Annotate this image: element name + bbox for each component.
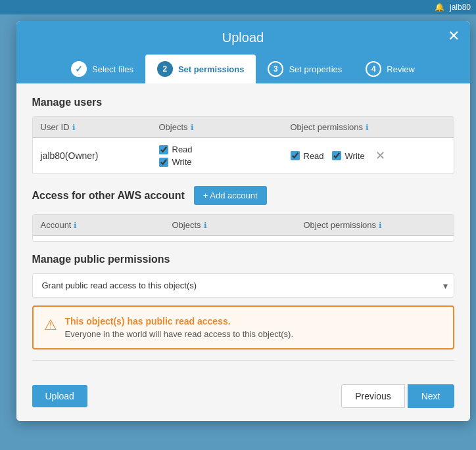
perm-read-label[interactable]: Read (291, 151, 324, 161)
acc-permissions-info-icon[interactable]: ℹ (379, 221, 382, 230)
col-acc-objects-label: Objects (172, 220, 201, 230)
public-access-select[interactable]: Grant public read access to this object(… (32, 273, 454, 298)
perm-write-checkbox[interactable] (332, 151, 341, 160)
objects-read-checkbox[interactable] (159, 145, 168, 154)
modal-title: Upload (30, 30, 457, 45)
modal-footer: Upload Previous Next (16, 384, 470, 421)
step-4-circle: 4 (366, 61, 381, 77)
dropdown-wrapper: Grant public read access to this object(… (32, 273, 454, 298)
notification-icon[interactable]: 🔔 (435, 3, 444, 12)
modal-body: Manage users User ID ℹ Objects ℹ Object … (16, 83, 470, 384)
modal-header: Upload ✕ Select files 2 Set permissions … (16, 21, 470, 83)
objects-read-text: Read (172, 145, 193, 154)
users-table-header: User ID ℹ Objects ℹ Object permissions ℹ (33, 117, 454, 138)
step-review[interactable]: 4 Review (354, 55, 427, 83)
modal: Upload ✕ Select files 2 Set permissions … (16, 21, 470, 421)
user-id-info-icon[interactable]: ℹ (72, 123, 76, 132)
col-account-label: Account (41, 220, 72, 230)
step-select-files[interactable]: Select files (59, 55, 145, 83)
col-acc-permissions: Object permissions ℹ (304, 220, 446, 230)
objects-write-text: Write (172, 157, 192, 167)
warning-triangle-icon: ⚠ (44, 317, 57, 334)
perm-write-label[interactable]: Write (332, 151, 365, 161)
col-acc-objects: Objects ℹ (172, 220, 304, 230)
permissions-info-icon[interactable]: ℹ (366, 123, 369, 132)
username: jalb80 (450, 3, 471, 12)
next-button[interactable]: Next (408, 384, 454, 408)
col-user-id: User ID ℹ (41, 122, 159, 132)
warning-content: This object(s) has public read access. E… (65, 316, 294, 339)
step-set-permissions-label: Set permissions (178, 64, 244, 74)
perm-write-text: Write (345, 151, 365, 161)
perm-read-text: Read (304, 151, 324, 161)
public-permissions-title: Manage public permissions (32, 254, 454, 265)
add-account-button[interactable]: + Add account (194, 186, 267, 205)
warning-title: This object(s) has public read access. (65, 316, 294, 326)
step-set-properties-label: Set properties (289, 64, 342, 74)
wizard-steps: Select files 2 Set permissions 3 Set pro… (30, 55, 457, 83)
step-set-properties[interactable]: 3 Set properties (256, 55, 354, 83)
step-select-files-label: Select files (92, 64, 133, 74)
modal-container: Upload ✕ Select files 2 Set permissions … (10, 14, 476, 450)
objects-write-checkbox[interactable] (159, 158, 168, 167)
divider (32, 360, 454, 361)
objects-info-icon[interactable]: ℹ (191, 123, 194, 132)
permissions-group: Read Write ✕ (291, 148, 446, 163)
warning-body: Everyone in the world will have read acc… (65, 329, 294, 339)
objects-read-label[interactable]: Read (159, 145, 291, 154)
step-2-circle: 2 (157, 61, 173, 77)
public-permissions-section: Manage public permissions Grant public r… (32, 254, 454, 349)
col-account: Account ℹ (41, 220, 172, 230)
access-section-title: Access for other AWS account (32, 190, 185, 202)
col-objects: Objects ℹ (159, 122, 291, 132)
accounts-table: Account ℹ Objects ℹ Object permissions ℹ (32, 214, 454, 242)
col-user-id-label: User ID (41, 122, 70, 132)
top-bar: 🔔 jalb80 (0, 0, 476, 14)
acc-objects-info-icon[interactable]: ℹ (204, 221, 207, 230)
col-objects-label: Objects (159, 122, 188, 132)
access-section: Access for other AWS account + Add accou… (32, 186, 454, 205)
objects-write-label[interactable]: Write (159, 157, 291, 167)
step-3-circle: 3 (268, 61, 283, 77)
objects-checkboxes: Read Write (159, 145, 291, 167)
top-bar-icons: 🔔 jalb80 (435, 3, 471, 12)
nav-buttons: Previous Next (341, 384, 454, 408)
account-info-icon[interactable]: ℹ (74, 221, 77, 230)
table-row: jalb80(Owner) Read Write (33, 138, 454, 173)
remove-user-button[interactable]: ✕ (373, 148, 388, 163)
step-review-label: Review (387, 64, 415, 74)
warning-box: ⚠ This object(s) has public read access.… (32, 305, 454, 349)
accounts-table-empty (33, 236, 454, 241)
col-object-permissions: Object permissions ℹ (291, 122, 446, 132)
accounts-table-header: Account ℹ Objects ℹ Object permissions ℹ (33, 215, 454, 236)
manage-users-table: User ID ℹ Objects ℹ Object permissions ℹ… (32, 116, 454, 174)
upload-button[interactable]: Upload (32, 385, 87, 407)
close-button[interactable]: ✕ (448, 29, 460, 43)
perm-read-checkbox[interactable] (291, 151, 300, 160)
user-id-cell: jalb80(Owner) (41, 150, 159, 161)
step-check-icon (71, 61, 87, 77)
col-acc-permissions-label: Object permissions (304, 220, 377, 230)
col-permissions-label: Object permissions (291, 122, 364, 132)
manage-users-title: Manage users (32, 97, 454, 108)
step-set-permissions[interactable]: 2 Set permissions (145, 55, 256, 83)
previous-button[interactable]: Previous (341, 384, 404, 408)
